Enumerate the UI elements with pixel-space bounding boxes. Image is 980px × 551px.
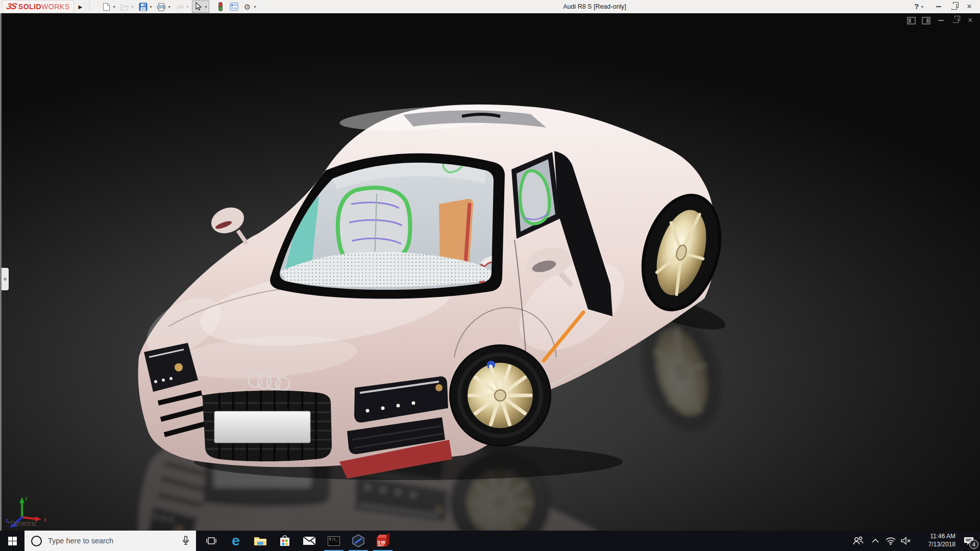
minimize-icon xyxy=(936,6,941,7)
minimize-icon xyxy=(938,20,944,21)
windows-logo-icon xyxy=(8,537,17,545)
search-box[interactable]: Type here to search xyxy=(24,531,196,551)
triad-y-label: y xyxy=(25,495,28,501)
people-icon xyxy=(852,536,864,545)
new-document-button[interactable]: ▾ xyxy=(100,1,117,13)
new-document-icon xyxy=(101,2,111,12)
display-pane-button[interactable] xyxy=(228,1,240,13)
chevron-up-icon xyxy=(872,539,879,543)
close-button[interactable]: × xyxy=(963,1,976,13)
dassault-3s-icon: 3S xyxy=(6,2,17,12)
edge-button[interactable]: e xyxy=(224,531,248,551)
wifi-icon xyxy=(886,537,896,545)
document-minimize-button[interactable] xyxy=(936,16,945,24)
display-list-icon xyxy=(229,2,239,12)
solidworks-2017-icon: SW 2017 xyxy=(376,534,389,547)
open-folder-icon xyxy=(119,2,130,12)
stoplight-button[interactable] xyxy=(214,1,227,13)
solidworks-logo: 3S SOLIDWORKS xyxy=(2,0,74,13)
pane-toggle-left-button[interactable] xyxy=(906,16,916,24)
microphone-icon[interactable] xyxy=(182,536,190,546)
store-button[interactable] xyxy=(273,531,297,551)
graphics-area[interactable]: × x y z *Dimetric xyxy=(0,13,980,531)
options-button[interactable]: ⚙ ▾ xyxy=(241,1,258,13)
edge-icon: e xyxy=(232,534,240,548)
menu-flyout-arrow[interactable]: ▶ xyxy=(76,1,84,12)
clock-time: 11:46 AM xyxy=(930,533,955,541)
stoplight-icon xyxy=(215,2,226,12)
volume-button[interactable] xyxy=(898,531,914,551)
solidworks-app-button[interactable]: SW 2017 xyxy=(371,531,395,551)
gear-icon: ⚙ xyxy=(242,2,252,12)
select-tool-button[interactable]: ▾ xyxy=(192,1,209,13)
search-label: Type here to search xyxy=(48,537,182,545)
hexagon-app-icon xyxy=(352,534,365,547)
mail-icon xyxy=(303,536,316,545)
system-tray: 11:46 AM 7/13/2018 4 xyxy=(848,531,980,551)
pane-toggle-right-button[interactable] xyxy=(921,16,930,24)
solidworks-titlebar: 3S SOLIDWORKS ▶ ▾ ▾ ▾ ▾ ▾ xyxy=(0,0,980,13)
document-window-controls: × xyxy=(906,16,975,24)
panel-tab-dot-icon xyxy=(4,278,7,281)
cortana-icon xyxy=(31,536,42,546)
task-view-button[interactable] xyxy=(199,531,224,551)
minimize-button[interactable] xyxy=(932,1,945,13)
restore-button[interactable] xyxy=(947,1,961,13)
undo-arrow-icon xyxy=(175,2,185,12)
undo-button[interactable]: ▾ xyxy=(174,1,191,13)
pane-left-icon xyxy=(907,17,916,24)
people-button[interactable] xyxy=(848,531,868,551)
save-floppy-icon xyxy=(138,2,148,12)
document-close-button[interactable]: × xyxy=(966,16,975,24)
help-button[interactable]: ? ▾ xyxy=(914,3,925,11)
standard-toolbar: ▾ ▾ ▾ ▾ ▾ ▾ xyxy=(100,1,258,13)
toolbar-separator xyxy=(89,2,90,12)
file-explorer-button[interactable] xyxy=(248,531,273,551)
file-explorer-icon xyxy=(254,536,267,546)
triad-x-label: x xyxy=(44,517,46,522)
audi-r8-model[interactable] xyxy=(2,13,980,531)
task-view-icon xyxy=(206,537,216,545)
command-prompt-icon: C:\_ xyxy=(328,536,340,546)
action-center-button[interactable]: 4 xyxy=(958,531,980,551)
printer-icon xyxy=(156,2,166,12)
view-orientation-label: *Dimetric xyxy=(8,519,37,528)
taskbar-clock[interactable]: 11:46 AM 7/13/2018 xyxy=(914,531,958,551)
terminal-button[interactable]: C:\_ xyxy=(322,531,346,551)
mail-button[interactable] xyxy=(297,531,322,551)
clock-date: 7/13/2018 xyxy=(928,541,955,549)
restore-icon xyxy=(953,18,959,23)
tray-expand-button[interactable] xyxy=(868,531,883,551)
select-cursor-icon xyxy=(193,2,203,12)
viewer-app-button[interactable] xyxy=(346,531,371,551)
windows-taskbar: Type here to search e xyxy=(0,531,980,551)
restore-icon xyxy=(951,4,957,10)
speaker-mute-icon xyxy=(901,537,911,545)
print-button[interactable]: ▾ xyxy=(155,1,173,13)
pane-right-icon xyxy=(922,17,930,24)
network-button[interactable] xyxy=(883,531,898,551)
window-title: Audi R8 S [Read-only] xyxy=(563,0,626,13)
open-button[interactable]: ▾ xyxy=(118,1,136,13)
start-button[interactable] xyxy=(0,531,24,551)
document-restore-button[interactable] xyxy=(951,16,960,24)
save-button[interactable]: ▾ xyxy=(137,1,154,13)
feature-panel-tab[interactable] xyxy=(2,268,9,290)
store-icon xyxy=(279,535,290,547)
notification-badge: 4 xyxy=(969,540,978,549)
